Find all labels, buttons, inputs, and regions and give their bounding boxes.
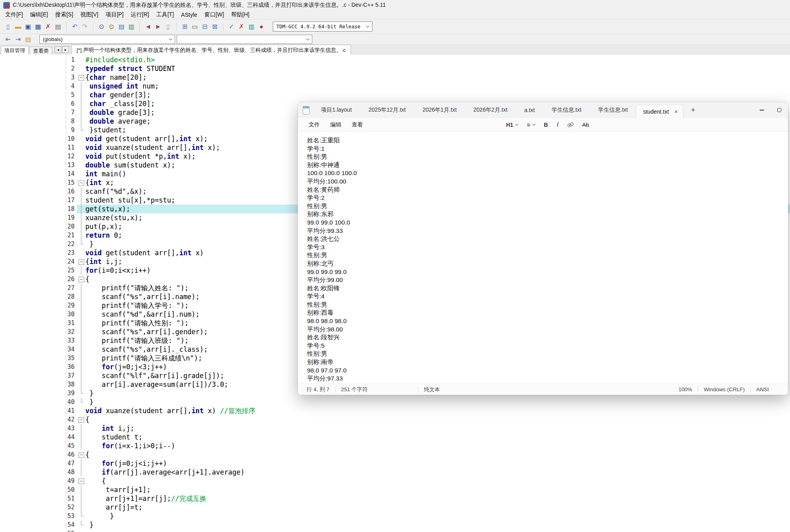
- code-line[interactable]: 1#include<stdio.h>: [66, 55, 790, 64]
- italic-button[interactable]: I: [552, 120, 563, 130]
- notepad-tab[interactable]: 项目1.layout: [313, 102, 360, 118]
- code-line[interactable]: 3{char name[20];: [66, 73, 790, 82]
- fold-marker-icon[interactable]: [77, 415, 85, 424]
- menu-item[interactable]: AStyle: [177, 12, 201, 18]
- notepad-tab[interactable]: 2026年1月.txt: [414, 102, 465, 118]
- menu-item[interactable]: 运行[R]: [127, 11, 153, 18]
- code-line[interactable]: 41void xuanze(student arr[],int x) //冒泡排…: [66, 406, 790, 415]
- fold-marker-icon[interactable]: [77, 73, 85, 82]
- run-icon[interactable]: ▭: [190, 22, 199, 31]
- redo-icon[interactable]: ↷: [80, 22, 89, 31]
- find-icon[interactable]: ⊙: [97, 22, 106, 31]
- code-line[interactable]: 51 arr[j+1]=arr[j];//完成互换: [66, 494, 790, 503]
- zoom-level[interactable]: 100%: [673, 386, 698, 392]
- fold-margin: [77, 292, 85, 301]
- devcpp-titlebar[interactable]: C:\Users\lxh\Desktop\11\声明一个结构体类型，用来存放某个…: [0, 0, 790, 10]
- goto-implementation-icon[interactable]: ⇥: [14, 35, 23, 44]
- code-line[interactable]: 49 {: [66, 477, 790, 485]
- members-select[interactable]: [177, 35, 312, 44]
- rebuild-all-icon[interactable]: ⊠: [210, 22, 219, 31]
- menu-item[interactable]: 窗口[W]: [201, 11, 228, 18]
- encoding[interactable]: ANSI: [751, 386, 774, 392]
- compiler-select[interactable]: TDM-GCC 4.9.2 64-bit Release: [273, 22, 372, 32]
- menu-item[interactable]: 帮助[H]: [228, 11, 253, 18]
- notepad-tab[interactable]: 2026年2月.txt: [465, 102, 516, 118]
- undo-icon[interactable]: ↶: [70, 22, 79, 31]
- fold-marker-icon[interactable]: [77, 477, 85, 485]
- heading-style-dropdown[interactable]: H1: [502, 120, 522, 130]
- code-line[interactable]: 53 }: [66, 512, 790, 520]
- new-source-icon[interactable]: ▯: [4, 22, 13, 31]
- project-panel[interactable]: [0, 55, 66, 532]
- menu-item[interactable]: 视图[V]: [77, 11, 102, 18]
- notepad-tab[interactable]: 学生信息.txt: [590, 102, 636, 118]
- compile-icon[interactable]: ⊞: [180, 22, 189, 31]
- code-line[interactable]: 54 }: [66, 520, 790, 529]
- goto-declaration-icon[interactable]: ⇤: [4, 35, 13, 44]
- notepad-menu-file[interactable]: 文件: [303, 121, 325, 128]
- code-line[interactable]: 44 student t;: [66, 433, 790, 441]
- header-source-swap-icon[interactable]: ▤: [24, 35, 33, 44]
- new-tab-button[interactable]: +: [688, 106, 699, 114]
- notepad-menu-view[interactable]: 查看: [347, 121, 368, 128]
- code-line[interactable]: 52 arr[j]=t;: [66, 503, 790, 512]
- menu-item[interactable]: 文件[F]: [2, 11, 26, 18]
- code-line[interactable]: 55: [66, 529, 790, 532]
- notepad-menu-edit[interactable]: 编辑: [325, 121, 347, 128]
- find-next-icon[interactable]: ▤: [117, 22, 126, 31]
- notepad-text-area[interactable]: 姓名:王重阳学号:1性别:男别称:中神通100.0 100.0 100.0平均分…: [298, 132, 788, 384]
- tab-class-view[interactable]: 查看类: [30, 47, 52, 55]
- notepad-tab[interactable]: 2025年12月.txt: [360, 102, 414, 118]
- menu-item[interactable]: 编辑[E]: [26, 11, 51, 18]
- print-icon[interactable]: ▤: [53, 22, 63, 31]
- maximize-button[interactable]: [770, 102, 788, 118]
- code-line[interactable]: 40 }: [66, 398, 790, 406]
- debug-icon[interactable]: ●: [257, 22, 266, 31]
- replace-icon[interactable]: ⊙: [107, 22, 116, 31]
- code-line[interactable]: 45 for(i=x-1;i>0;i--): [66, 441, 790, 450]
- code-line[interactable]: 2typedef struct STUDENT: [66, 64, 790, 73]
- close-file-icon[interactable]: ✗: [43, 22, 53, 31]
- menu-item[interactable]: 搜索[S]: [51, 11, 77, 18]
- editor-file-tab[interactable]: [*] 声明一个结构体类型，用来存放某个学生的姓名、学号、性别、班级、三科成绩，…: [71, 45, 351, 55]
- tab-close-icon[interactable]: ×: [674, 108, 678, 115]
- compile-run-icon[interactable]: ⊟: [200, 22, 209, 31]
- goto-line-icon[interactable]: ▥: [127, 22, 136, 31]
- tab-scroll-right-button[interactable]: ►: [62, 46, 69, 53]
- abort-compile-icon[interactable]: ✗: [237, 22, 246, 31]
- notepad-tab[interactable]: student.txt×: [636, 104, 683, 118]
- clear-format-button[interactable]: Ab: [578, 120, 593, 130]
- code-line[interactable]: 5 char gender[3];: [66, 91, 790, 99]
- menu-item[interactable]: 工具[T]: [153, 11, 177, 18]
- save-all-icon[interactable]: ▦: [33, 22, 43, 31]
- bold-button[interactable]: B: [540, 120, 552, 130]
- code-line[interactable]: 4 unsigned int num;: [66, 82, 790, 91]
- open-file-icon[interactable]: ▬: [14, 22, 23, 31]
- forward-icon[interactable]: ►: [154, 22, 163, 31]
- code-line[interactable]: 48 if(arr[j].average<arr[j+1].average): [66, 468, 790, 477]
- fold-marker-icon[interactable]: [77, 257, 85, 266]
- list-dropdown[interactable]: ≡: [522, 120, 540, 130]
- suspend-icon[interactable]: ▯: [164, 22, 173, 31]
- fold-marker-icon[interactable]: [77, 178, 85, 187]
- notepad-tab[interactable]: 学生信息.txt: [543, 102, 590, 118]
- menu-item[interactable]: 项目[P]: [102, 11, 127, 18]
- fold-margin: [77, 134, 85, 143]
- code-line[interactable]: 46{: [66, 450, 790, 459]
- syntax-check-icon[interactable]: ✓: [227, 22, 236, 31]
- code-line[interactable]: 43 int i,j;: [66, 424, 790, 433]
- fold-marker-icon[interactable]: [77, 450, 85, 459]
- fold-marker-icon[interactable]: [77, 275, 85, 284]
- code-line[interactable]: 50 t=arr[j+1];: [66, 485, 790, 494]
- code-line[interactable]: 42{: [66, 415, 790, 424]
- minimize-button[interactable]: [753, 102, 770, 118]
- link-button[interactable]: [563, 120, 578, 130]
- tab-project-manager[interactable]: 项目管理: [1, 46, 29, 55]
- profile-icon[interactable]: ▥: [247, 22, 256, 31]
- save-icon[interactable]: ▣: [24, 22, 33, 31]
- tab-scroll-left-button[interactable]: ◄: [55, 46, 61, 53]
- globals-select[interactable]: (globals): [39, 35, 175, 44]
- code-line[interactable]: 47 for(j=0;j<i;j++): [66, 459, 790, 468]
- back-icon[interactable]: ◄: [144, 22, 153, 31]
- notepad-tab[interactable]: a.txt: [516, 102, 543, 118]
